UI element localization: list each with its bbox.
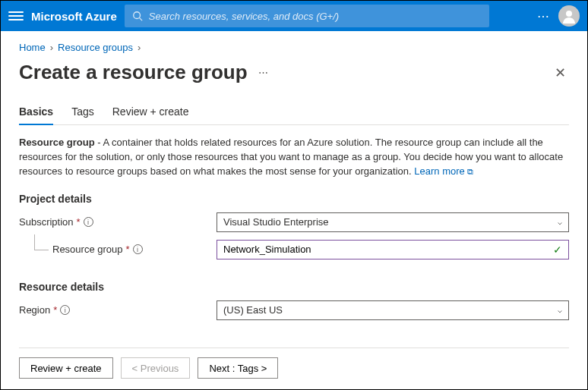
description-lead: Resource group: [19, 137, 95, 148]
tabs: Basics Tags Review + create: [19, 105, 569, 125]
chevron-down-icon: ⌵: [558, 306, 562, 314]
region-value: (US) East US: [223, 304, 283, 316]
global-search[interactable]: [125, 5, 489, 27]
user-avatar[interactable]: [558, 5, 580, 27]
brand-label[interactable]: Microsoft Azure: [31, 10, 117, 23]
section-project-details: Project details: [19, 193, 569, 205]
description-text: Resource group - A container that holds …: [19, 136, 569, 179]
resource-group-input[interactable]: ✓: [217, 240, 569, 259]
page-title: Create a resource group: [19, 61, 248, 84]
info-icon[interactable]: i: [133, 244, 143, 254]
subscription-select[interactable]: Visual Studio Enterprise ⌵: [217, 212, 569, 232]
tab-tags[interactable]: Tags: [71, 105, 94, 124]
footer-actions: Review + create < Previous Next : Tags >: [19, 348, 569, 389]
svg-point-0: [134, 12, 141, 19]
row-region: Region * i (US) East US ⌵: [19, 300, 569, 320]
breadcrumb-resource-groups[interactable]: Resource groups: [58, 42, 133, 53]
svg-point-2: [566, 11, 572, 17]
label-subscription: Subscription * i: [19, 216, 217, 228]
title-bar: Create a resource group ⋯ ✕: [19, 61, 569, 84]
top-bar: Microsoft Azure ⋯: [1, 1, 587, 31]
subscription-value: Visual Studio Enterprise: [223, 216, 329, 228]
page-content: Home › Resource groups › Create a resour…: [1, 31, 587, 389]
row-subscription: Subscription * i Visual Studio Enterpris…: [19, 212, 569, 232]
search-icon: [132, 11, 143, 21]
close-icon[interactable]: ✕: [552, 61, 569, 84]
more-actions-icon[interactable]: ⋯: [537, 9, 551, 24]
svg-line-1: [139, 18, 142, 21]
previous-button: < Previous: [121, 357, 191, 379]
chevron-right-icon: ›: [138, 42, 141, 53]
external-link-icon: ⧉: [467, 167, 473, 176]
label-region: Region * i: [19, 304, 217, 316]
search-input[interactable]: [149, 11, 482, 22]
tab-basics[interactable]: Basics: [19, 105, 53, 125]
resource-group-field[interactable]: [223, 244, 553, 255]
description-body: - A container that holds related resourc…: [19, 137, 563, 177]
chevron-right-icon: ›: [50, 42, 53, 53]
region-select[interactable]: (US) East US ⌵: [217, 300, 569, 320]
check-icon: ✓: [553, 244, 562, 256]
title-more-icon[interactable]: ⋯: [258, 67, 270, 78]
info-icon[interactable]: i: [84, 217, 93, 227]
required-asterisk: *: [53, 304, 57, 316]
tab-review[interactable]: Review + create: [112, 105, 189, 124]
hamburger-icon[interactable]: [8, 8, 24, 24]
info-icon[interactable]: i: [60, 305, 70, 315]
required-asterisk: *: [77, 216, 81, 228]
chevron-down-icon: ⌵: [558, 218, 562, 226]
label-resource-group: Resource group * i: [19, 244, 217, 255]
section-resource-details: Resource details: [19, 281, 569, 293]
required-asterisk: *: [126, 244, 130, 255]
row-resource-group: Resource group * i ✓: [19, 240, 569, 259]
next-button[interactable]: Next : Tags >: [198, 357, 278, 379]
learn-more-link[interactable]: Learn more ⧉: [414, 165, 473, 177]
review-create-button[interactable]: Review + create: [19, 357, 113, 379]
breadcrumb-home[interactable]: Home: [19, 42, 46, 53]
breadcrumb: Home › Resource groups ›: [19, 42, 569, 53]
